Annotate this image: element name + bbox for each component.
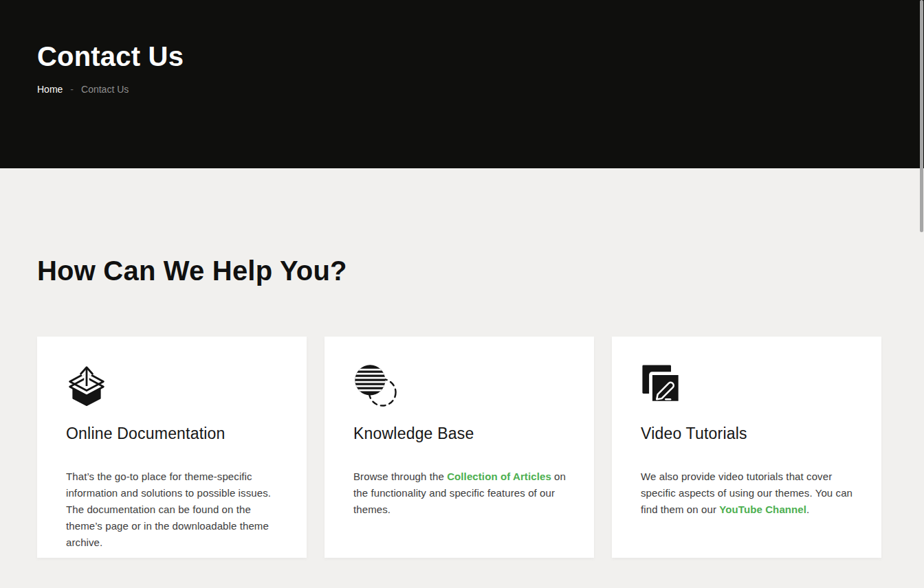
breadcrumb-current: Contact Us (81, 84, 129, 95)
notes-pencil-icon (641, 363, 861, 409)
inline-link[interactable]: Collection of Articles (447, 471, 551, 482)
card-description: We also provide video tutorials that cov… (641, 468, 857, 518)
card-title: Video Tutorials (641, 425, 861, 443)
help-card-video-tutorials: Video Tutorials We also provide video tu… (612, 337, 881, 558)
help-card-online-documentation: Online Documentation That’s the go-to pl… (37, 337, 307, 558)
card-description: Browse through the Collection of Article… (353, 468, 569, 518)
section-heading: How Can We Help You? (37, 168, 887, 286)
page-title: Contact Us (37, 0, 887, 73)
page-hero: Contact Us Home - Contact Us (0, 0, 924, 168)
description-text: . (806, 504, 809, 515)
help-cards-row: Online Documentation That’s the go-to pl… (37, 337, 887, 558)
scrollbar-thumb[interactable] (920, 0, 923, 232)
card-title: Knowledge Base (353, 425, 573, 443)
open-box-icon (66, 363, 286, 409)
help-card-knowledge-base: Knowledge Base Browse through the Collec… (324, 337, 594, 558)
card-title: Online Documentation (66, 425, 286, 443)
card-description: That’s the go-to place for theme-specifi… (66, 468, 282, 551)
breadcrumb: Home - Contact Us (37, 84, 887, 95)
description-text: That’s the go-to place for theme-specifi… (66, 471, 271, 548)
page: Contact Us Home - Contact Us How Can We … (0, 0, 924, 558)
help-section: How Can We Help You? (0, 168, 924, 558)
breadcrumb-home-link[interactable]: Home (37, 84, 63, 95)
inline-link[interactable]: YouTube Channel (719, 504, 806, 515)
description-text: Browse through the (353, 471, 447, 482)
striped-sphere-icon (353, 363, 573, 409)
breadcrumb-separator: - (70, 84, 74, 95)
